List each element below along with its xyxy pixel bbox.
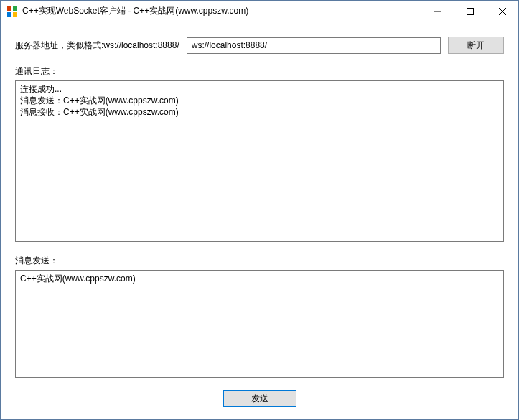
app-icon xyxy=(6,6,18,17)
disconnect-button[interactable]: 断开 xyxy=(448,37,504,54)
log-label: 通讯日志： xyxy=(15,65,504,78)
window-title: C++实现WebSocket客户端 - C++实战网(www.cppszw.co… xyxy=(22,5,421,17)
svg-rect-3 xyxy=(13,12,17,17)
window-controls xyxy=(421,1,518,22)
server-address-input[interactable] xyxy=(187,37,441,54)
communication-log[interactable]: 连接成功... 消息发送：C++实战网(www.cppszw.com) 消息接收… xyxy=(15,80,504,242)
server-address-label: 服务器地址，类似格式:ws://localhost:8888/ xyxy=(15,39,179,52)
maximize-button[interactable] xyxy=(454,1,486,22)
send-row: 发送 xyxy=(15,390,504,407)
send-label: 消息发送： xyxy=(15,255,504,267)
titlebar: C++实现WebSocket客户端 - C++实战网(www.cppszw.co… xyxy=(1,1,518,22)
svg-rect-5 xyxy=(467,8,473,14)
svg-rect-1 xyxy=(13,6,17,11)
message-send-input[interactable] xyxy=(15,270,504,378)
svg-rect-0 xyxy=(7,6,11,11)
close-button[interactable] xyxy=(486,1,518,22)
server-row: 服务器地址，类似格式:ws://localhost:8888/ 断开 xyxy=(15,37,504,54)
minimize-button[interactable] xyxy=(421,1,454,22)
svg-rect-2 xyxy=(7,12,11,17)
content-area: 服务器地址，类似格式:ws://localhost:8888/ 断开 通讯日志：… xyxy=(1,22,518,414)
send-button[interactable]: 发送 xyxy=(223,390,296,407)
